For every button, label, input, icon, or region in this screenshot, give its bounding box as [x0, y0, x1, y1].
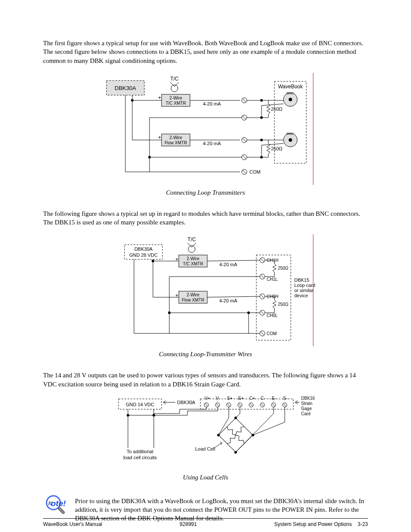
- box2-line2: GND 28 VDC: [129, 252, 158, 258]
- current-2: 4-20 mA: [203, 141, 221, 146]
- xmtr1-b: T/C XMTR: [165, 101, 186, 106]
- term-vplus: V+: [205, 396, 210, 401]
- svg-rect-95: [200, 399, 293, 409]
- dest3a: DBK16: [301, 396, 315, 401]
- footer-mid: 928991: [180, 521, 197, 527]
- term-eminus: E-: [272, 396, 276, 401]
- svg-rect-131: [58, 507, 65, 514]
- to-additional-b: load cell circuits: [123, 455, 157, 460]
- xmtr1-a: 2-Wire: [169, 96, 182, 100]
- dest2b: Loop card: [294, 283, 315, 288]
- f2-current1: 4-20 mA: [219, 262, 237, 267]
- f2-r2: 250Ω: [278, 302, 289, 307]
- f2-r1: 250Ω: [278, 266, 289, 271]
- svg-line-83: [207, 260, 260, 261]
- to-additional-a: To additional: [127, 449, 153, 454]
- svg-line-44: [262, 143, 283, 145]
- term-cminus: C-: [261, 396, 265, 401]
- load-cell-label: Load Cell: [195, 446, 215, 451]
- wavebook-label: WaveBook: [278, 84, 303, 90]
- svg-line-85: [207, 296, 260, 297]
- xmtr2-a: 2-Wire: [169, 135, 182, 140]
- footer-right-b: 3-23: [358, 521, 368, 527]
- svg-line-28: [262, 104, 283, 106]
- caption-3: Using Load Cells: [43, 474, 368, 481]
- dest3b: Strain: [301, 401, 312, 406]
- com-1: COM: [249, 169, 261, 174]
- f2-xmtr2b: Flow XMTR: [182, 298, 204, 302]
- arrow-dbk30a: DBK30A: [177, 400, 196, 405]
- r-1: 250Ω: [271, 106, 283, 112]
- f2-current2: 4-20 mA: [219, 298, 237, 303]
- bnc-2: BNC: [286, 132, 294, 136]
- svg-point-2: [171, 85, 178, 92]
- caption-1: Connecting Loop Transmitters: [43, 189, 368, 196]
- box3-line1: GND 14 VDC: [126, 402, 154, 407]
- paragraph-2: The following figure shows a typical set…: [43, 209, 368, 227]
- svg-text:+: +: [158, 95, 161, 101]
- box2-line1: DBK30A: [134, 246, 153, 252]
- tc-label: T/C: [170, 76, 179, 82]
- f2-xmtr1a: 2-Wire: [187, 256, 199, 261]
- paragraph-1: The first figure shows a typical setup f…: [43, 39, 368, 65]
- paragraph-3: The 14 and 28 V outputs can be used to p…: [43, 371, 368, 389]
- dest3c: Gage: [301, 406, 312, 411]
- figure-3: GND 14 VDC DBK30A V+ V- S+ E+ C+ C- E- S…: [43, 396, 368, 470]
- svg-text:+: +: [175, 292, 178, 299]
- term-splus: S+: [227, 396, 233, 401]
- svg-point-7: [289, 98, 292, 101]
- xmtr2-b: Flow XMTR: [165, 140, 187, 145]
- svg-text:+: +: [158, 134, 161, 140]
- dest2d: device: [294, 293, 308, 298]
- term-sminus: S-: [283, 396, 287, 401]
- f2-xmtr2a: 2-Wire: [187, 292, 199, 297]
- figure-1: DBK30A T/C 2-Wire T/C XMTR 4-20 mA 2-Wir…: [43, 73, 368, 185]
- current-1: 4-20 mA: [203, 101, 221, 106]
- page-footer: WaveBook User's Manual 928991 System Set…: [43, 518, 368, 527]
- svg-text:ote!: ote!: [51, 499, 66, 508]
- dbk30a-label: DBK30A: [115, 85, 136, 91]
- note-icon: N ote!: [43, 494, 67, 520]
- tc-2: T/C: [187, 236, 196, 243]
- r-2: 250Ω: [271, 146, 283, 151]
- dest2c: or similar: [294, 288, 314, 293]
- svg-text:+: +: [175, 256, 178, 262]
- ch1l: CH1L: [267, 277, 278, 282]
- dest3d: Card: [301, 411, 311, 416]
- svg-point-55: [188, 246, 195, 252]
- term-cplus: C+: [249, 396, 255, 401]
- com-2: COM: [267, 331, 277, 336]
- figure-2: DBK30A GND 28 VDC T/C 2-Wire T/C XMTR 4-…: [43, 234, 368, 346]
- bnc-1: BNC: [286, 91, 294, 95]
- dest2a: DBK15: [294, 277, 309, 283]
- ch0l: CH0L: [267, 313, 278, 318]
- footer-left: WaveBook User's Manual: [43, 521, 102, 527]
- footer-right-a: System Setup and Power Options: [274, 521, 352, 527]
- term-eplus: E+: [238, 396, 244, 401]
- f2-xmtr1b: T/C XMTR: [183, 261, 203, 266]
- caption-2: Connecting Loop-Transmitter Wires: [43, 351, 368, 358]
- svg-point-9: [289, 138, 292, 142]
- term-vminus: V-: [216, 396, 220, 401]
